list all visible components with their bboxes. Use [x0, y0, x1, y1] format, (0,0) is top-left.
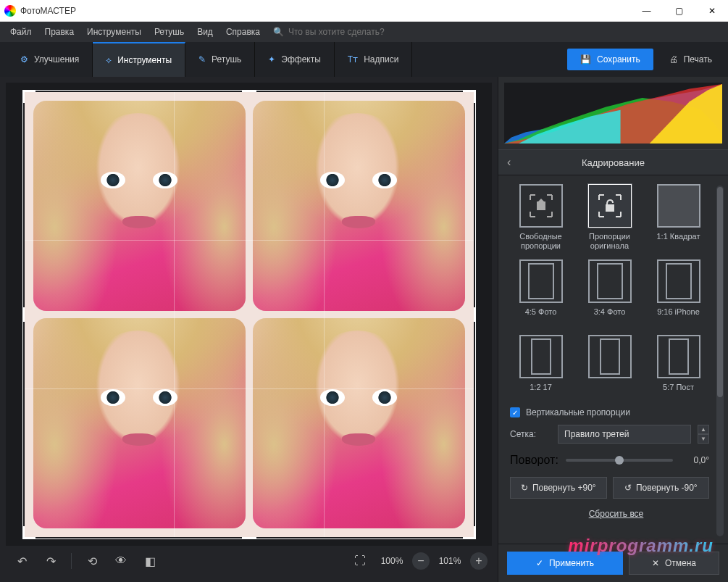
search-icon: 🔍	[273, 27, 284, 37]
apply-button[interactable]: ✓Применить	[507, 552, 623, 575]
tab-retouch[interactable]: ✎ Ретушь	[185, 42, 255, 77]
crop-icon: ⟡	[106, 55, 112, 65]
photo-tile	[253, 101, 465, 311]
rotate-ccw-icon: ↺	[624, 483, 632, 493]
image-canvas[interactable]	[25, 92, 474, 537]
window-titlebar: ФотоМАСТЕР — ▢ ✕	[0, 0, 728, 22]
chevron-down-icon[interactable]: ▼	[698, 434, 709, 444]
vertical-checkbox[interactable]: ✓	[510, 407, 520, 417]
svg-marker-6	[538, 199, 544, 201]
photo-tile	[253, 318, 465, 528]
panel-header: ‹ Кадрирование	[498, 149, 728, 175]
grid-select[interactable]: Правило третей	[558, 425, 691, 444]
tab-tools[interactable]: ⟡ Инструменты	[93, 42, 185, 77]
chevron-up-icon[interactable]: ▲	[698, 425, 709, 434]
panel-title: Кадрирование	[582, 157, 645, 168]
sparkle-icon: ✦	[268, 54, 275, 65]
save-label: Сохранить	[597, 54, 640, 65]
tab-enhancements[interactable]: ⚙ Улучшения	[7, 42, 93, 77]
rotation-slider[interactable]	[566, 459, 673, 462]
preset-5-7[interactable]: 5:7 Пост	[648, 335, 709, 402]
preset-original[interactable]: Пропорцииоригинала	[579, 184, 640, 251]
tab-effects[interactable]: ✦ Эффекты	[255, 42, 335, 77]
history-button[interactable]: ⟲	[80, 549, 104, 573]
tab-text[interactable]: Tᴛ Надписи	[335, 42, 413, 77]
menu-retouch[interactable]: Ретушь	[148, 24, 190, 40]
reset-all-link[interactable]: Сбросить все	[510, 509, 722, 519]
fit-screen-button[interactable]: ⛶	[348, 549, 372, 573]
tab-label: Эффекты	[281, 54, 321, 65]
preset-free[interactable]: Свободныепропорции	[510, 184, 572, 251]
aspect-presets: Свободныепропорции Пропорцииоригинала 1:…	[510, 184, 722, 402]
histogram	[504, 83, 722, 144]
window-title: ФотоМАСТЕР	[20, 6, 630, 16]
scroll-thumb[interactable]	[717, 187, 723, 397]
rotate-cw-button[interactable]: ↻Повернуть +90°	[510, 477, 607, 499]
check-icon: ✓	[536, 558, 543, 568]
photo-tile	[33, 318, 246, 528]
menu-tools[interactable]: Инструменты	[81, 24, 147, 40]
cancel-button[interactable]: ✕Отмена	[629, 552, 719, 575]
rotate-ccw-button[interactable]: ↺Повернуть -90°	[613, 477, 710, 499]
fit-zoom-value: 100%	[377, 556, 406, 566]
tab-label: Ретушь	[212, 54, 241, 65]
free-crop-icon	[527, 191, 556, 220]
preset-9-16[interactable]: 9:16 iPhone	[648, 259, 709, 326]
save-button[interactable]: 💾 Сохранить	[567, 49, 653, 70]
menu-help[interactable]: Справка	[220, 24, 266, 40]
current-zoom-value: 101%	[435, 556, 464, 566]
save-icon: 💾	[580, 54, 591, 65]
preset-unknown[interactable]	[579, 335, 640, 402]
svg-marker-4	[519, 110, 620, 144]
app-icon	[4, 5, 16, 17]
svg-rect-5	[537, 201, 545, 210]
preset-3-4[interactable]: 3:4 Фото	[579, 259, 640, 326]
preset-1-2[interactable]: 1:2 17	[510, 335, 572, 402]
grid-label: Сетка:	[510, 429, 551, 439]
grid-select-value: Правило третей	[564, 429, 629, 439]
menubar: Файл Правка Инструменты Ретушь Вид Справ…	[0, 22, 728, 42]
preset-4-5[interactable]: 4:5 Фото	[510, 259, 572, 326]
zoom-out-button[interactable]: −	[412, 552, 430, 570]
zoom-in-button[interactable]: +	[470, 552, 488, 570]
grid-spinner[interactable]: ▲▼	[698, 425, 709, 444]
redo-button[interactable]: ↷	[39, 549, 62, 573]
rotation-label: Поворот:	[510, 454, 558, 467]
menu-file[interactable]: Файл	[4, 24, 38, 40]
main-toolbar: ⚙ Улучшения ⟡ Инструменты ✎ Ретушь ✦ Эфф…	[0, 42, 728, 77]
preset-square[interactable]: 1:1 Квадрат	[648, 184, 709, 251]
sliders-icon: ⚙	[20, 54, 28, 65]
slider-thumb[interactable]	[615, 456, 624, 465]
menu-view[interactable]: Вид	[191, 24, 219, 40]
menu-edit[interactable]: Правка	[39, 24, 80, 40]
close-button[interactable]: ✕	[695, 0, 728, 22]
rotate-cw-icon: ↻	[521, 483, 528, 493]
back-button[interactable]: ‹	[507, 156, 511, 169]
lock-crop-icon	[595, 191, 624, 220]
print-button[interactable]: 🖨 Печать	[661, 49, 721, 70]
tab-label: Улучшения	[34, 54, 79, 65]
photo-tile	[33, 101, 246, 311]
brush-icon: ✎	[198, 54, 206, 65]
compare-button[interactable]: ◧	[138, 549, 162, 573]
tab-label: Инструменты	[117, 55, 172, 65]
undo-button[interactable]: ↶	[10, 549, 33, 573]
crop-handle[interactable]	[242, 537, 256, 539]
photo-collage	[25, 92, 474, 537]
canvas-statusbar: ↶ ↷ ⟲ 👁 ◧ ⛶ 100% − 101% +	[6, 546, 492, 576]
text-icon: Tᴛ	[348, 54, 358, 65]
search-input[interactable]	[288, 27, 433, 37]
svg-rect-7	[606, 204, 614, 212]
tab-label: Надписи	[364, 54, 398, 65]
panel-scrollbar[interactable]	[716, 186, 724, 536]
print-label: Печать	[684, 54, 712, 65]
crop-handle[interactable]	[474, 307, 476, 322]
print-icon: 🖨	[669, 54, 678, 65]
side-panel: ‹ Кадрирование Свободныепропорции Пропор…	[498, 77, 728, 582]
minimize-button[interactable]: —	[630, 0, 663, 22]
rotation-value: 0,0°	[680, 455, 709, 465]
maximize-button[interactable]: ▢	[663, 0, 695, 22]
preview-button[interactable]: 👁	[109, 549, 133, 573]
canvas-area: ↶ ↷ ⟲ 👁 ◧ ⛶ 100% − 101% +	[0, 77, 498, 582]
vertical-label: Вертикальные пропорции	[526, 407, 630, 417]
